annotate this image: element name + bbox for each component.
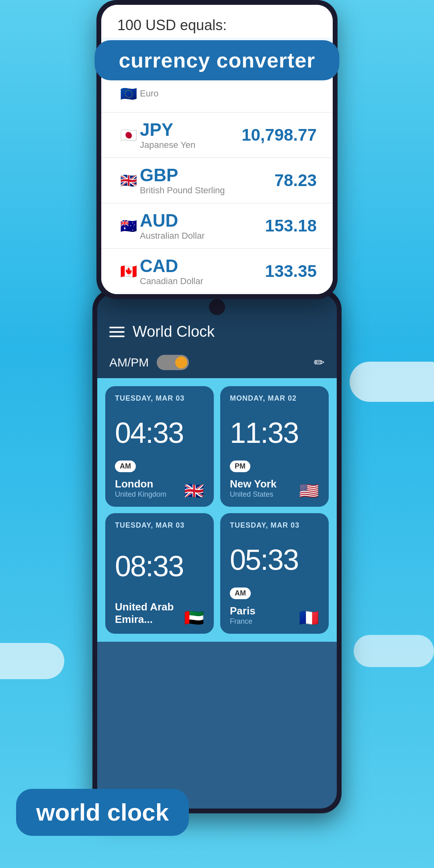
flag-gbp: 🇬🇧 bbox=[117, 169, 140, 192]
currency-name-gbp: British Pound Sterling bbox=[140, 185, 274, 196]
hamburger-menu-button[interactable] bbox=[109, 327, 125, 337]
currency-code-cad: CAD bbox=[140, 256, 265, 276]
currency-name-aud: Australian Dollar bbox=[140, 231, 265, 241]
ampm-toggle-bar: AM/PM ✏ bbox=[97, 348, 337, 378]
clock-date-paris: TUESDAY, MAR 03 bbox=[230, 521, 319, 530]
clock-footer-uae: United Arab Emira... 🇦🇪 bbox=[115, 601, 204, 626]
world-clock-phone: World Clock AM/PM ✏ TUESDAY, MAR 03 04:3… bbox=[92, 289, 342, 813]
currency-row-gbp[interactable]: 🇬🇧 GBP British Pound Sterling 78.23 bbox=[101, 158, 333, 203]
clock-card-london[interactable]: TUESDAY, MAR 03 04:33 AM London United K… bbox=[105, 386, 214, 507]
currency-row-aud[interactable]: 🇦🇺 AUD Australian Dollar 153.18 bbox=[101, 203, 333, 249]
world-clock-title: World Clock bbox=[133, 323, 215, 340]
clock-grid: TUESDAY, MAR 03 04:33 AM London United K… bbox=[97, 378, 337, 642]
clock-time-uae: 08:33 bbox=[115, 550, 204, 583]
cloud-decoration-3 bbox=[0, 643, 64, 679]
currency-header: 100 USD equals: bbox=[101, 5, 333, 38]
clock-time-newyork: 11:33 bbox=[230, 416, 319, 449]
currency-row-eur[interactable]: 🇪🇺 Euro bbox=[101, 75, 333, 113]
currency-value-jpy: 10,798.77 bbox=[242, 125, 317, 145]
currency-header-title: 100 USD equals: bbox=[117, 17, 317, 34]
clock-city-london: London bbox=[115, 478, 166, 490]
currency-value-gbp: 78.23 bbox=[274, 171, 317, 190]
clock-flag-london: 🇬🇧 bbox=[184, 483, 204, 499]
clock-date-london: TUESDAY, MAR 03 bbox=[115, 394, 204, 403]
flag-aud: 🇦🇺 bbox=[117, 215, 140, 237]
clock-flag-newyork: 🇺🇸 bbox=[299, 483, 319, 499]
currency-row-jpy[interactable]: 🇯🇵 JPY Japanese Yen 10,798.77 bbox=[101, 113, 333, 158]
clock-location-newyork: PM New York United States bbox=[230, 461, 276, 499]
clock-card-newyork[interactable]: MONDAY, MAR 02 11:33 PM New York United … bbox=[220, 386, 329, 507]
clock-date-uae: TUESDAY, MAR 03 bbox=[115, 521, 204, 530]
toggle-knob bbox=[175, 356, 187, 368]
currency-converter-label-text: currency converter bbox=[119, 49, 315, 72]
currency-name-eur: Euro bbox=[140, 88, 317, 99]
clock-footer-newyork: PM New York United States 🇺🇸 bbox=[230, 461, 319, 499]
flag-cad: 🇨🇦 bbox=[117, 260, 140, 283]
currency-code-gbp: GBP bbox=[140, 165, 274, 185]
clock-city-newyork: New York bbox=[230, 478, 276, 490]
ampm-badge-london: AM bbox=[115, 461, 136, 472]
hamburger-line-3 bbox=[109, 336, 125, 337]
ampm-toggle-switch[interactable] bbox=[157, 355, 189, 370]
currency-info-eur: Euro bbox=[140, 88, 317, 99]
clock-country-newyork: United States bbox=[230, 490, 276, 499]
edit-icon[interactable]: ✏ bbox=[314, 355, 325, 370]
clock-card-paris[interactable]: TUESDAY, MAR 03 05:33 AM Paris France 🇫🇷 bbox=[220, 513, 329, 634]
currency-info-gbp: GBP British Pound Sterling bbox=[140, 165, 274, 196]
ampm-label: AM/PM bbox=[109, 356, 149, 369]
world-clock-badge: world clock bbox=[16, 789, 189, 836]
clock-location-uae: United Arab Emira... bbox=[115, 601, 184, 626]
clock-flag-paris: 🇫🇷 bbox=[299, 610, 319, 626]
currency-value-cad: 133.35 bbox=[265, 262, 317, 281]
clock-time-paris: 05:33 bbox=[230, 543, 319, 576]
world-clock-header: World Clock bbox=[97, 315, 337, 348]
clock-footer-paris: AM Paris France 🇫🇷 bbox=[230, 588, 319, 626]
cloud-decoration-2 bbox=[354, 635, 434, 667]
currency-value-aud: 153.18 bbox=[265, 216, 317, 235]
currency-info-jpy: JPY Japanese Yen bbox=[140, 120, 242, 150]
clock-date-newyork: MONDAY, MAR 02 bbox=[230, 394, 319, 403]
phone-notch bbox=[209, 299, 225, 315]
ampm-badge-paris: AM bbox=[230, 588, 251, 599]
currency-info-cad: CAD Canadian Dollar bbox=[140, 256, 265, 287]
clock-country-london: United Kingdom bbox=[115, 490, 166, 499]
flag-jpy: 🇯🇵 bbox=[117, 124, 140, 146]
ampm-badge-newyork: PM bbox=[230, 461, 250, 472]
hamburger-line-1 bbox=[109, 327, 125, 328]
flag-eur: 🇪🇺 bbox=[117, 82, 140, 105]
clock-flag-uae: 🇦🇪 bbox=[184, 610, 204, 626]
currency-info-aud: AUD Australian Dollar bbox=[140, 211, 265, 241]
clock-footer-london: AM London United Kingdom 🇬🇧 bbox=[115, 461, 204, 499]
clock-time-london: 04:33 bbox=[115, 416, 204, 449]
clock-country-paris: France bbox=[230, 617, 256, 626]
currency-code-aud: AUD bbox=[140, 211, 265, 231]
clock-card-uae[interactable]: TUESDAY, MAR 03 08:33 United Arab Emira.… bbox=[105, 513, 214, 634]
currency-code-jpy: JPY bbox=[140, 120, 242, 140]
currency-name-cad: Canadian Dollar bbox=[140, 276, 265, 287]
world-clock-label-text: world clock bbox=[36, 799, 169, 826]
currency-name-jpy: Japanese Yen bbox=[140, 140, 242, 150]
hamburger-line-2 bbox=[109, 331, 125, 333]
clock-city-paris: Paris bbox=[230, 605, 256, 617]
clock-location-london: AM London United Kingdom bbox=[115, 461, 166, 499]
cloud-decoration-1 bbox=[350, 362, 434, 402]
currency-row-cad[interactable]: 🇨🇦 CAD Canadian Dollar 133.35 bbox=[101, 249, 333, 294]
phone-screen-world-clock: World Clock AM/PM ✏ TUESDAY, MAR 03 04:3… bbox=[97, 294, 337, 809]
clock-location-paris: AM Paris France bbox=[230, 588, 256, 626]
currency-converter-badge: currency converter bbox=[94, 40, 339, 80]
clock-city-uae: United Arab Emira... bbox=[115, 601, 184, 626]
